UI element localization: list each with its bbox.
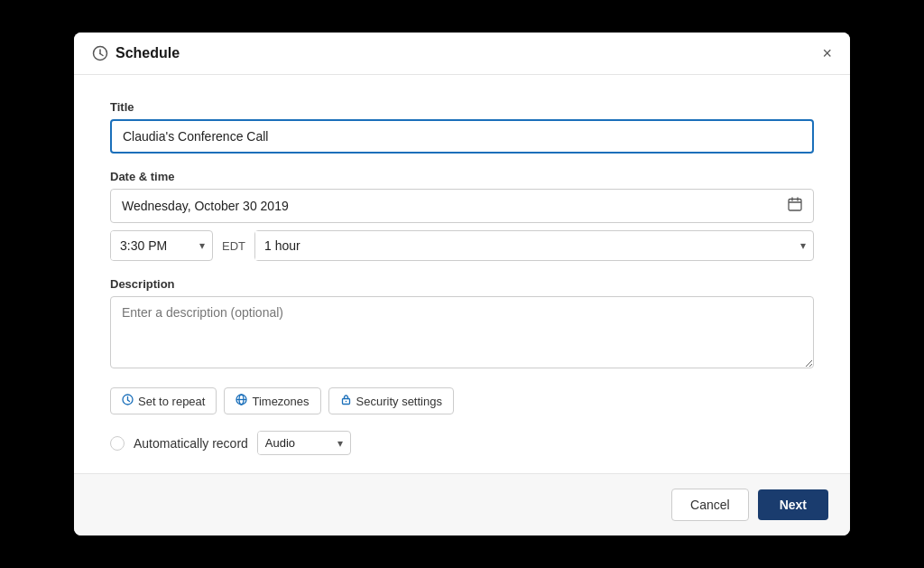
datetime-label: Date & time	[110, 170, 814, 183]
schedule-modal: Schedule × Title Date & time Wednesday, …	[74, 33, 850, 535]
svg-rect-3	[789, 200, 801, 211]
modal-header: Schedule ×	[74, 33, 850, 75]
record-row: Automatically record Audio Video None ▾	[110, 431, 814, 455]
timezone-label: EDT	[222, 239, 245, 253]
next-button[interactable]: Next	[758, 489, 828, 520]
title-input[interactable]	[110, 119, 814, 154]
clock-icon	[92, 45, 108, 61]
modal-footer: Cancel Next	[74, 473, 850, 535]
duration-select-wrapper: 30 minutes 1 hour 1.5 hours 2 hours ▾	[254, 230, 814, 261]
svg-point-14	[345, 401, 346, 403]
cancel-button[interactable]: Cancel	[671, 489, 749, 521]
datetime-group: Date & time Wednesday, October 30 2019	[110, 170, 814, 261]
calendar-icon	[788, 197, 802, 215]
time-select-wrapper: 3:00 PM 3:30 PM 4:00 PM 4:30 PM ▾	[110, 230, 213, 261]
repeat-label: Set to repeat	[138, 395, 205, 408]
security-icon	[340, 394, 352, 408]
time-row: 3:00 PM 3:30 PM 4:00 PM 4:30 PM ▾ EDT 30…	[110, 230, 814, 261]
set-to-repeat-button[interactable]: Set to repeat	[110, 387, 217, 414]
record-dropdown-arrow: ▾	[330, 437, 350, 450]
timezones-icon	[236, 394, 247, 408]
action-buttons: Set to repeat Timezones	[110, 387, 814, 414]
modal-title: Schedule	[116, 45, 180, 61]
title-label: Title	[110, 100, 814, 114]
svg-line-2	[100, 54, 103, 56]
record-select-wrapper: Audio Video None ▾	[257, 431, 351, 455]
repeat-icon	[122, 394, 134, 408]
date-picker[interactable]: Wednesday, October 30 2019	[110, 189, 814, 223]
close-button[interactable]: ×	[822, 45, 832, 61]
title-group: Title	[110, 100, 814, 154]
description-textarea[interactable]	[110, 296, 814, 368]
duration-dropdown-arrow: ▾	[793, 239, 813, 252]
date-value: Wednesday, October 30 2019	[122, 199, 289, 213]
modal-body: Title Date & time Wednesday, October 30 …	[74, 75, 850, 473]
timezones-button[interactable]: Timezones	[224, 387, 320, 414]
record-checkbox[interactable]	[110, 436, 125, 451]
svg-line-9	[128, 400, 130, 402]
time-dropdown-arrow: ▾	[192, 239, 212, 252]
description-group: Description	[110, 277, 814, 371]
security-settings-button[interactable]: Security settings	[328, 387, 454, 414]
record-select[interactable]: Audio Video None	[258, 432, 330, 454]
modal-header-left: Schedule	[92, 45, 180, 61]
description-label: Description	[110, 277, 814, 291]
record-label: Automatically record	[134, 436, 248, 451]
timezones-label: Timezones	[252, 395, 309, 408]
time-select[interactable]: 3:00 PM 3:30 PM 4:00 PM 4:30 PM	[111, 231, 192, 260]
duration-select[interactable]: 30 minutes 1 hour 1.5 hours 2 hours	[255, 231, 793, 260]
security-label: Security settings	[356, 395, 442, 408]
